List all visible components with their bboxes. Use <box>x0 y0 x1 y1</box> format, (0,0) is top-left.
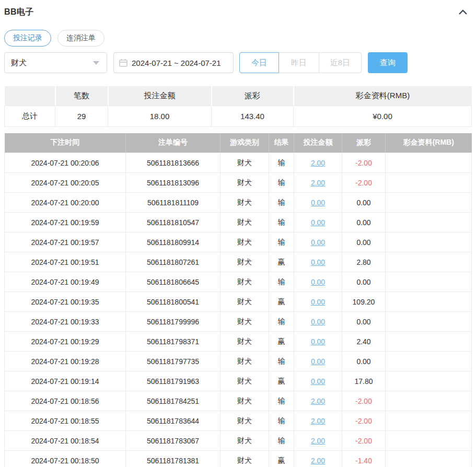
result-cell: 输 <box>269 391 294 411</box>
payout-cell: -2.00 <box>342 391 386 411</box>
result-cell: 输 <box>269 232 294 252</box>
payout-cell: -1.40 <box>342 451 386 467</box>
summary-total-label: 总计 <box>5 106 55 126</box>
collapse-panel-button[interactable] <box>457 7 469 17</box>
date-range-input[interactable]: 2024-07-21 ~ 2024-07-21 <box>113 52 234 73</box>
payout-cell: 0.00 <box>342 232 386 252</box>
game-type-cell: 财犬 <box>220 431 269 451</box>
record-type-tabs: 投注记录 连消注单 <box>4 30 472 46</box>
order-no-cell: 5061181791963 <box>126 371 220 391</box>
result-cell: 输 <box>269 312 294 332</box>
bet-amount-link[interactable]: 0.00 <box>311 298 325 306</box>
bet-amount-link[interactable]: 2.00 <box>311 457 325 465</box>
query-button[interactable]: 查询 <box>368 52 408 73</box>
table-row: 2024-07-21 00:18:55 5061181783644 财犬 输 2… <box>5 411 472 431</box>
game-type-cell: 财犬 <box>220 272 269 292</box>
col-header-payout: 派彩 <box>342 133 386 153</box>
caret-down-icon <box>93 61 99 65</box>
payout-cell: 2.80 <box>342 252 386 272</box>
payout-cell: 17.80 <box>342 371 386 391</box>
date-range-value: 2024-07-21 ~ 2024-07-21 <box>132 59 221 67</box>
bet-amount-link[interactable]: 2.00 <box>311 437 325 445</box>
bet-time-cell: 2024-07-21 00:18:55 <box>5 411 126 431</box>
bet-amount-link[interactable]: 0.00 <box>311 278 325 286</box>
result-cell: 输 <box>269 213 294 232</box>
order-no-cell: 5061181798371 <box>126 332 220 352</box>
bonus-cell <box>386 193 472 213</box>
bet-amount-link[interactable]: 0.00 <box>311 318 325 326</box>
payout-cell: 0.00 <box>342 352 386 371</box>
bet-time-cell: 2024-07-21 00:20:05 <box>5 173 126 193</box>
order-no-cell: 5061181783644 <box>126 411 220 431</box>
result-cell: 赢 <box>269 371 294 391</box>
page-title: BB电子 <box>4 7 34 18</box>
bonus-cell <box>386 391 472 411</box>
bet-time-cell: 2024-07-21 00:19:29 <box>5 332 126 352</box>
table-row: 2024-07-21 00:18:54 5061181783067 财犬 输 2… <box>5 431 472 451</box>
table-row: 2024-07-21 00:19:14 5061181791963 财犬 赢 0… <box>5 371 472 391</box>
bonus-cell <box>386 431 472 451</box>
col-header-bonus: 彩金资料(RMB) <box>386 133 472 153</box>
bet-amount-link[interactable]: 0.00 <box>311 357 325 366</box>
yesterday-button[interactable]: 昨日 <box>278 52 319 73</box>
bet-amount-link[interactable]: 0.00 <box>311 218 325 227</box>
bet-amount-link[interactable]: 0.00 <box>311 337 325 346</box>
table-row: 2024-07-21 00:19:57 5061181809914 财犬 输 0… <box>5 232 472 252</box>
summary-total-bonus: ¥0.00 <box>294 106 472 126</box>
bet-time-cell: 2024-07-21 00:19:49 <box>5 272 126 292</box>
game-select[interactable]: 财犬 <box>4 52 107 73</box>
payout-cell: 0.00 <box>342 272 386 292</box>
payout-cell: -2.00 <box>342 431 386 451</box>
bet-amount-link[interactable]: 0.00 <box>311 377 325 386</box>
col-header-bet-time: 下注时间 <box>5 133 126 153</box>
bet-amount-link[interactable]: 2.00 <box>311 179 325 187</box>
result-cell: 输 <box>269 272 294 292</box>
game-type-cell: 财犬 <box>220 332 269 352</box>
tab-betting-records[interactable]: 投注记录 <box>4 30 51 46</box>
result-cell: 输 <box>269 352 294 371</box>
tab-cancelled-orders[interactable]: 连消注单 <box>57 30 105 46</box>
col-header-bet-amount: 投注金额 <box>294 133 342 153</box>
bet-amount-cell: 2.00 <box>294 391 342 411</box>
bet-time-cell: 2024-07-21 00:18:56 <box>5 391 126 411</box>
last-8-days-button[interactable]: 近8日 <box>319 52 362 73</box>
order-no-cell: 5061181813666 <box>126 153 220 173</box>
bet-amount-link[interactable]: 2.00 <box>311 159 325 167</box>
game-type-cell: 财犬 <box>220 371 269 391</box>
table-row: 2024-07-21 00:19:29 5061181798371 财犬 赢 0… <box>5 332 472 352</box>
summary-total-row: 总计 29 18.00 143.40 ¥0.00 <box>5 106 472 126</box>
bet-amount-link[interactable]: 2.00 <box>311 417 325 425</box>
result-cell: 输 <box>269 193 294 213</box>
panel-header: BB电子 <box>4 7 472 17</box>
bet-time-cell: 2024-07-21 00:18:54 <box>5 431 126 451</box>
game-type-cell: 财犬 <box>220 193 269 213</box>
bet-amount-cell: 2.00 <box>294 153 342 173</box>
table-row: 2024-07-21 00:18:50 5061181781381 财犬 赢 2… <box>5 451 472 467</box>
result-cell: 赢 <box>269 292 294 312</box>
bonus-cell <box>386 292 472 312</box>
bet-amount-link[interactable]: 0.00 <box>311 258 325 266</box>
summary-header-empty <box>5 86 55 106</box>
bonus-cell <box>386 213 472 232</box>
bonus-cell <box>386 272 472 292</box>
payout-cell: -2.00 <box>342 153 386 173</box>
bonus-cell <box>386 312 472 332</box>
order-no-cell: 5061181810547 <box>126 213 220 232</box>
table-row: 2024-07-21 00:18:56 5061181784251 财犬 输 2… <box>5 391 472 411</box>
order-no-cell: 5061181799996 <box>126 312 220 332</box>
game-type-cell: 财犬 <box>220 411 269 431</box>
summary-total-count: 29 <box>55 106 108 126</box>
summary-total-bet-amount: 18.00 <box>108 106 212 126</box>
bet-amount-link[interactable]: 2.00 <box>311 397 325 405</box>
bet-amount-link[interactable]: 0.00 <box>311 199 325 207</box>
payout-cell: 109.20 <box>342 292 386 312</box>
game-type-cell: 财犬 <box>220 153 269 173</box>
summary-table: 笔数 投注金额 派彩 彩金资料(RMB) 总计 29 18.00 143.40 … <box>4 86 472 127</box>
bet-amount-cell: 2.00 <box>294 411 342 431</box>
bonus-cell <box>386 332 472 352</box>
bonus-cell <box>386 451 472 467</box>
today-button[interactable]: 今日 <box>239 52 279 73</box>
bet-time-cell: 2024-07-21 00:19:33 <box>5 312 126 332</box>
bet-amount-link[interactable]: 0.00 <box>311 238 325 247</box>
bet-amount-cell: 2.00 <box>294 173 342 193</box>
